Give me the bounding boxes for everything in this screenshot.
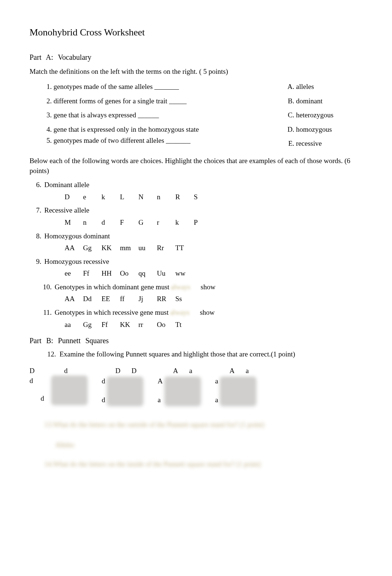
q7: 7.Recessive allele [30,206,362,215]
def-3: gene that is always expressed ______ [54,110,270,120]
q12: 12. Examine the following Punnett square… [39,349,362,359]
punnett-1: D d d d [30,366,87,405]
punnett-grid [165,377,200,405]
term-a: alleles [296,82,362,92]
page-title: Monohybrid Cross Worksheet [30,26,362,39]
q11: 11.Genotypes in which recessive gene mus… [40,308,362,318]
part-a-header: Part A: Vocabulary [30,52,362,62]
q10-choices: AADdEEffJjRRSs [30,294,362,304]
q8: 8.Homozygous dominant [30,231,362,241]
def-2: different forms of genes for a single tr… [54,96,270,106]
term-b: dominant [296,96,362,106]
punnett-3: A a A a [158,366,200,405]
term-c: heterozygous [296,110,362,120]
match-definitions: genotypes made of the same alleles _____… [30,82,270,153]
punnett-grid [52,376,87,404]
def-1: genotypes made of the same alleles _____… [54,82,270,92]
q6: 6.Dominant allele [30,180,362,190]
q10: 10.Genotypes in which dominant gene must… [40,282,362,292]
q13-blurred: 13.What do the letters on the outside of… [44,420,362,430]
term-e: recessive [296,139,362,149]
match-terms: alleles dominant heterozygous homozygous… [289,82,362,153]
q9: 9.Homozygous recessive [30,257,362,267]
q7-choices: MndFGrkP [30,218,362,228]
def-5: genotypes made of two different alleles … [54,136,270,146]
q11-choices: aaGgFfKKrrOoTt [30,320,362,330]
part-b-header: Part B: Punnett Squares [30,335,362,346]
highlight-instruction: Below each of the following words are ch… [30,156,362,176]
punnett-grid [220,377,256,405]
q9-choices: eeFfHHOoqqUuww [30,269,362,279]
punnett-squares: D d d d D D d d A a [30,366,362,405]
q13-answer-blurred: Alleles [55,441,362,450]
q14-blurred: 14.What do the letters on the inside of … [44,459,362,469]
q8-choices: AAGgKKmmuuRrTT [30,243,362,253]
term-d: homozygous [296,125,362,135]
punnett-grid [107,377,143,405]
punnett-2: D D d d [102,366,143,405]
punnett-4: A a a a [215,366,256,405]
match-instruction: Match the definitions on the left with t… [30,67,362,77]
q6-choices: DekLNnRS [30,192,362,202]
match-section: genotypes made of the same alleles _____… [30,82,362,153]
def-4: gene that is expressed only in the homoz… [54,125,270,135]
